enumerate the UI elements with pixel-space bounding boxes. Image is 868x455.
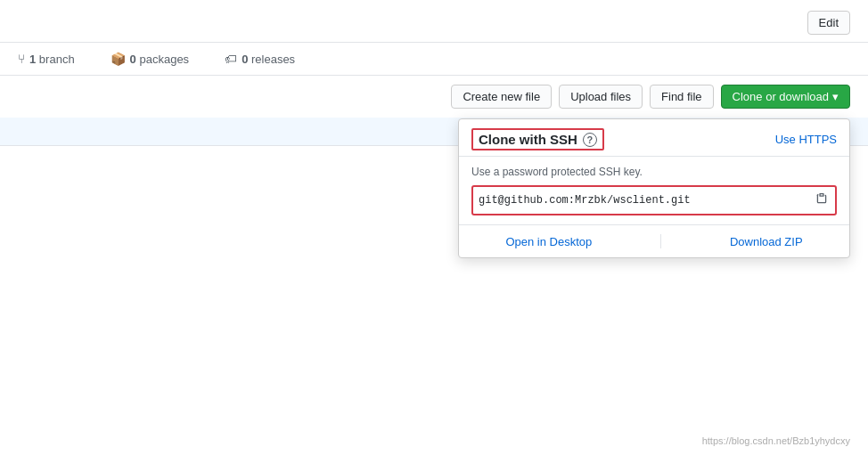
package-link[interactable]: 0 packages — [130, 53, 190, 66]
stats-bar: ⑂ 1 branch 📦 0 packages 🏷 0 releases — [0, 43, 868, 76]
branch-label: branch — [39, 53, 75, 66]
top-bar: Edit — [0, 0, 868, 43]
package-stat: 📦 0 packages — [111, 52, 190, 66]
branch-count: 1 — [29, 53, 36, 66]
find-file-button[interactable]: Find file — [650, 85, 714, 109]
clone-or-download-button[interactable]: Clone or download ▾ — [721, 85, 850, 109]
clone-dropdown-arrow-icon: ▾ — [832, 90, 839, 103]
clone-dropdown: Clone with SSH ? Use HTTPS Use a passwor… — [458, 118, 850, 258]
create-new-file-button[interactable]: Create new file — [451, 85, 552, 109]
ssh-url-row — [471, 185, 837, 215]
package-icon: 📦 — [111, 52, 126, 66]
open-in-desktop-link[interactable]: Open in Desktop — [505, 235, 592, 248]
branch-stat: ⑂ 1 branch — [18, 52, 75, 66]
release-count: 0 — [242, 53, 248, 66]
branch-link[interactable]: 1 branch — [29, 53, 75, 66]
clone-with-ssh-label: Clone with SSH — [479, 132, 577, 147]
copy-url-button[interactable] — [814, 191, 830, 210]
clone-title: Clone with SSH ? — [471, 128, 604, 150]
clone-or-download-label: Clone or download — [733, 90, 829, 103]
branch-icon: ⑂ — [18, 52, 25, 66]
clone-dropdown-footer: Open in Desktop Download ZIP — [459, 224, 849, 257]
actions-bar: Create new file Upload files Find file C… — [0, 76, 868, 118]
release-link[interactable]: 0 releases — [242, 53, 295, 66]
clone-description: Use a password protected SSH key. — [471, 166, 837, 178]
download-zip-link[interactable]: Download ZIP — [730, 235, 803, 248]
copy-icon — [815, 192, 828, 207]
watermark: https://blog.csdn.net/Bzb1yhydcxy — [702, 435, 850, 446]
ssh-url-input[interactable] — [479, 194, 808, 207]
clone-dropdown-header: Clone with SSH ? Use HTTPS — [459, 119, 849, 157]
upload-files-button[interactable]: Upload files — [559, 85, 643, 109]
package-count: 0 — [130, 53, 136, 66]
package-label: packages — [139, 53, 189, 66]
clone-dropdown-body: Use a password protected SSH key. — [459, 157, 849, 224]
release-icon: 🏷 — [225, 52, 237, 66]
use-https-link[interactable]: Use HTTPS — [775, 133, 837, 146]
footer-divider — [660, 234, 661, 248]
help-icon[interactable]: ? — [583, 133, 597, 147]
edit-button[interactable]: Edit — [807, 11, 850, 35]
release-label: releases — [251, 53, 295, 66]
release-stat: 🏷 0 releases — [225, 52, 295, 66]
